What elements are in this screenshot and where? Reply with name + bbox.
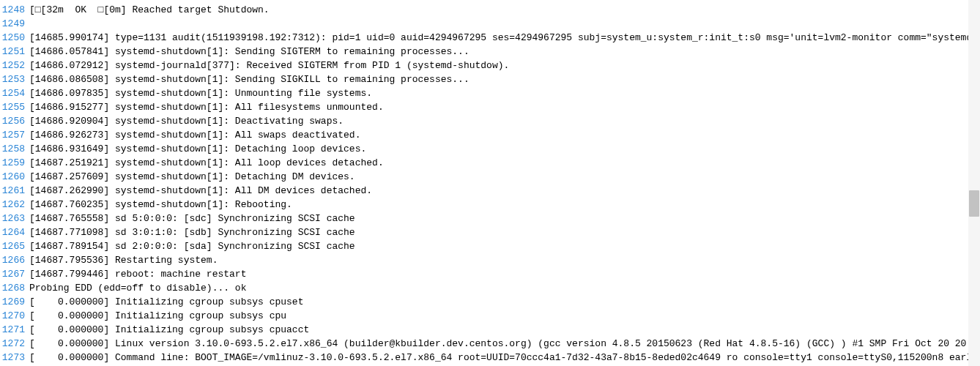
log-line[interactable]: [14685.990174] type=1131 audit(151193919… bbox=[29, 31, 980, 45]
log-line[interactable]: [14686.920904] systemd-shutdown[1]: Deac… bbox=[29, 114, 980, 128]
line-number: 1255 bbox=[0, 100, 25, 114]
line-number: 1256 bbox=[0, 114, 25, 128]
log-line[interactable]: [ 0.000000] Initializing cgroup subsys c… bbox=[29, 309, 980, 323]
log-viewer: 1248124912501251125212531254125512561257… bbox=[0, 0, 980, 366]
line-number-gutter: 1248124912501251125212531254125512561257… bbox=[0, 0, 29, 366]
log-line[interactable]: [14686.057841] systemd-shutdown[1]: Send… bbox=[29, 45, 980, 59]
log-line[interactable]: [ 0.000000] Linux version 3.10.0-693.5.2… bbox=[29, 337, 980, 351]
line-number: 1264 bbox=[0, 225, 25, 239]
log-line[interactable]: [14687.789154] sd 2:0:0:0: [sda] Synchro… bbox=[29, 239, 980, 253]
line-number: 1273 bbox=[0, 351, 25, 365]
line-number: 1262 bbox=[0, 198, 25, 212]
line-number: 1272 bbox=[0, 337, 25, 351]
line-number: 1265 bbox=[0, 239, 25, 253]
line-number: 1267 bbox=[0, 267, 25, 281]
log-line[interactable]: [14686.072912] systemd-journald[377]: Re… bbox=[29, 59, 980, 72]
line-number: 1271 bbox=[0, 323, 25, 337]
log-line[interactable]: [ 0.000000] Initializing cgroup subsys c… bbox=[29, 323, 980, 337]
scrollbar-thumb[interactable] bbox=[969, 190, 979, 217]
line-number: 1260 bbox=[0, 170, 25, 184]
log-line[interactable]: [14687.771098] sd 3:0:1:0: [sdb] Synchro… bbox=[29, 225, 980, 239]
line-number: 1252 bbox=[0, 59, 25, 72]
log-line[interactable]: [ 0.000000] Command line: BOOT_IMAGE=/vm… bbox=[29, 351, 980, 365]
line-number: 1263 bbox=[0, 212, 25, 225]
log-line[interactable]: [14687.257609] systemd-shutdown[1]: Deta… bbox=[29, 170, 980, 184]
log-line[interactable]: [14686.931649] systemd-shutdown[1]: Deta… bbox=[29, 142, 980, 156]
line-number: 1254 bbox=[0, 86, 25, 100]
log-line[interactable]: [14687.262990] systemd-shutdown[1]: All … bbox=[29, 184, 980, 198]
log-line[interactable]: [14687.760235] systemd-shutdown[1]: Rebo… bbox=[29, 198, 980, 212]
log-line[interactable]: [14687.799446] reboot: machine restart bbox=[29, 267, 980, 281]
line-number: 1251 bbox=[0, 45, 25, 59]
log-line[interactable]: [14686.086508] systemd-shutdown[1]: Send… bbox=[29, 72, 980, 86]
line-number: 1248 bbox=[0, 3, 25, 17]
line-number: 1249 bbox=[0, 17, 25, 31]
log-line[interactable] bbox=[29, 17, 980, 31]
log-line[interactable]: [14686.097835] systemd-shutdown[1]: Unmo… bbox=[29, 86, 980, 100]
log-content[interactable]: [□[32m OK □[0m] Reached target Shutdown.… bbox=[29, 0, 980, 366]
log-line[interactable]: [14687.251921] systemd-shutdown[1]: All … bbox=[29, 156, 980, 170]
log-line[interactable]: [14686.926273] systemd-shutdown[1]: All … bbox=[29, 128, 980, 142]
log-line[interactable]: [14686.915277] systemd-shutdown[1]: All … bbox=[29, 100, 980, 114]
line-number: 1270 bbox=[0, 309, 25, 323]
line-number: 1257 bbox=[0, 128, 25, 142]
log-line[interactable]: Probing EDD (edd=off to disable)... ok bbox=[29, 281, 980, 295]
log-line[interactable]: [□[32m OK □[0m] Reached target Shutdown. bbox=[29, 3, 980, 17]
log-line[interactable]: [14687.795536] Restarting system. bbox=[29, 253, 980, 267]
log-line[interactable]: [14687.765558] sd 5:0:0:0: [sdc] Synchro… bbox=[29, 212, 980, 225]
line-number: 1258 bbox=[0, 142, 25, 156]
line-number: 1250 bbox=[0, 31, 25, 45]
line-number: 1261 bbox=[0, 184, 25, 198]
log-line[interactable]: [ 0.000000] Initializing cgroup subsys c… bbox=[29, 295, 980, 309]
line-number: 1259 bbox=[0, 156, 25, 170]
line-number: 1266 bbox=[0, 253, 25, 267]
line-number: 1268 bbox=[0, 281, 25, 295]
line-number: 1269 bbox=[0, 295, 25, 309]
scrollbar-track[interactable] bbox=[968, 0, 980, 366]
line-number: 1253 bbox=[0, 72, 25, 86]
